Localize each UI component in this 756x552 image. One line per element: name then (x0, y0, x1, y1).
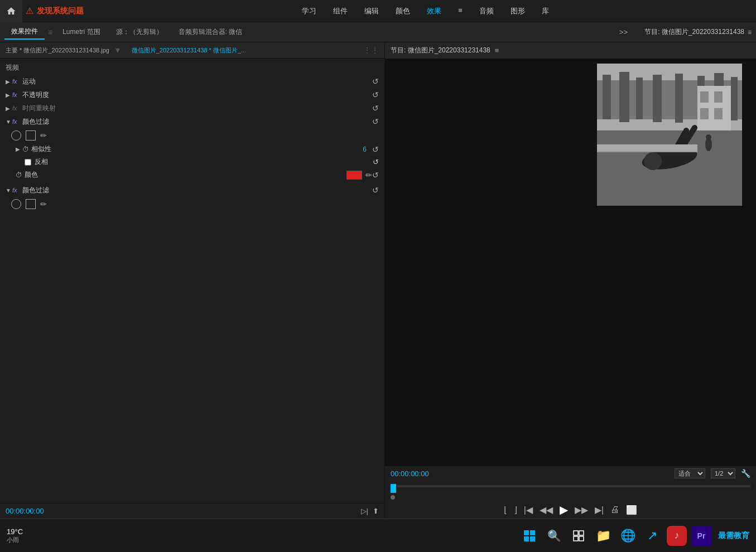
taskbar-explorer[interactable]: 📁 (593, 526, 613, 546)
similarity-value: 6 (363, 146, 367, 153)
reset-opacity[interactable]: ↺ (372, 90, 379, 99)
btn-play[interactable]: ▶ (560, 503, 568, 516)
windows-start-button[interactable] (519, 526, 540, 546)
program-preview (385, 59, 756, 466)
similarity-row: ▶ ⏱ 相似性 6 ↺ (0, 143, 384, 156)
reset-colorfilter2[interactable]: ↺ (372, 186, 379, 195)
effect-controls-panel: 主要 * 微信图片_20220331231438.jpg ▼ 微信图片_2022… (0, 42, 385, 519)
colorfilter1-square-tool[interactable] (26, 130, 36, 141)
invert-checkbox[interactable] (25, 159, 31, 166)
svg-rect-8 (675, 74, 683, 123)
svg-rect-29 (574, 531, 578, 535)
scrubber-container (385, 481, 756, 501)
btn-mark-out[interactable]: ⌋ (514, 505, 517, 515)
main-area: 主要 * 微信图片_20220331231438.jpg ▼ 微信图片_2022… (0, 42, 756, 519)
scrubber-track[interactable] (397, 485, 750, 487)
menu-color[interactable]: 颜色 (396, 6, 410, 16)
tabs-bar: 效果控件 ≡ Lumetri 范围 源：（无剪辑） 音频剪辑混合器: 微信 >>… (0, 22, 756, 42)
taskbar-arrow-app[interactable]: ↗ (642, 526, 662, 546)
svg-rect-7 (653, 75, 662, 122)
menu-learn[interactable]: 学习 (302, 6, 316, 16)
menu-hamburger[interactable]: ≡ (458, 6, 463, 16)
header-chevron[interactable]: ▼ (114, 46, 122, 55)
btn-go-to-out[interactable]: ▶| (595, 505, 604, 515)
menu-graphics[interactable]: 图形 (511, 6, 525, 16)
taskbar-edge[interactable]: 🌐 (618, 526, 638, 546)
reset-invert[interactable]: ↺ (373, 158, 379, 166)
svg-rect-18 (714, 91, 723, 103)
tab-overflow[interactable]: >> (616, 26, 631, 38)
header-more[interactable]: ⋮⋮ (363, 46, 379, 55)
svg-rect-19 (700, 108, 709, 119)
btn-go-to-in[interactable]: |◀ (524, 505, 533, 515)
taskbar-left: 19°C 小雨 (0, 527, 519, 544)
home-button[interactable] (0, 0, 22, 22)
eyedrop-color[interactable]: ✏ (365, 171, 372, 180)
colorfilter2-circle-tool[interactable] (11, 199, 21, 209)
svg-point-15 (644, 152, 662, 170)
wrench-icon[interactable]: 🔧 (741, 469, 750, 478)
svg-rect-24 (597, 144, 697, 151)
colorfilter2-square-tool[interactable] (26, 199, 36, 209)
program-monitor-menu[interactable]: ≡ (495, 46, 499, 55)
effect-row-opacity[interactable]: ▶ fx 不透明度 ↺ (0, 88, 384, 101)
effect-row-motion[interactable]: ▶ fx 运动 ↺ (0, 75, 384, 88)
effect-row-colorfilter2[interactable]: ▼ fx 颜色过滤 ↺ (0, 183, 384, 197)
menu-effects[interactable]: 效果 (427, 6, 441, 16)
btn-mark-in[interactable]: ⌊ (504, 505, 507, 515)
effect-row-timemap[interactable]: ▶ fx 时间重映射 ↺ (0, 101, 384, 115)
sequence-tab[interactable]: 微信图片_20220331231438 * 微信图片_... (132, 46, 246, 55)
preview-image (597, 64, 742, 206)
taskbar-center: 🔍 📁 🌐 ↗ ♪ Pr (519, 526, 711, 546)
effects-content: 视频 ▶ fx 运动 ↺ ▶ fx 不透明度 ↺ ▶ fx 时间重映射 ↺ (0, 59, 384, 503)
tab-sep-1: ≡ (48, 28, 52, 37)
program-monitor-tab-menu[interactable]: ≡ (748, 28, 752, 36)
arrow-opacity: ▶ (6, 92, 12, 98)
btn-export-frame[interactable]: 🖨 (610, 505, 619, 515)
clock-color: ⏱ (16, 171, 25, 179)
clock-similarity: ⏱ (22, 146, 31, 153)
reset-timemap[interactable]: ↺ (372, 104, 379, 113)
tc-play-icon[interactable]: ▷| (361, 507, 368, 515)
colorfilter1-circle-tool[interactable] (11, 130, 21, 141)
reset-similarity[interactable]: ↺ (372, 145, 379, 154)
tab-effect-controls[interactable]: 效果控件 (4, 25, 45, 40)
tc-export-icon[interactable]: ⬆ (373, 507, 379, 515)
colorfilter1-pen-tool[interactable]: ✏ (40, 131, 47, 140)
reset-motion[interactable]: ↺ (372, 77, 379, 86)
color-row: ⏱ 颜色 ✏ ↺ (0, 168, 384, 181)
alert-icon: ⚠ (26, 6, 33, 16)
arrow-colorfilter1: ▼ (6, 119, 12, 125)
taskbar-taskview[interactable] (569, 526, 589, 546)
menu-edit[interactable]: 编辑 (364, 6, 379, 16)
menu-components[interactable]: 组件 (333, 6, 348, 16)
reset-colorfilter1[interactable]: ↺ (372, 117, 379, 126)
invert-row: 反相 ↺ (0, 156, 384, 168)
reset-color[interactable]: ↺ (372, 171, 379, 180)
svg-rect-27 (524, 536, 529, 541)
btn-step-back[interactable]: ◀◀ (540, 505, 553, 515)
taskbar-search[interactable]: 🔍 (544, 526, 564, 546)
tab-audio-mixer[interactable]: 音频剪辑混合器: 微信 (172, 25, 249, 39)
scrubber-track-container (391, 485, 750, 494)
tab-source[interactable]: 源：（无剪辑） (109, 25, 170, 39)
tab-lumetri[interactable]: Lumetri 范围 (56, 25, 107, 39)
menu-library[interactable]: 库 (542, 6, 549, 16)
taskbar-red-app[interactable]: ♪ (667, 526, 687, 546)
arrow-timemap: ▶ (6, 105, 12, 112)
color-swatch[interactable] (346, 171, 362, 180)
svg-rect-30 (579, 531, 584, 535)
btn-fullscreen[interactable]: ⬜ (626, 505, 637, 515)
taskbar-premiere[interactable]: Pr (691, 526, 711, 546)
effect-name-opacity: 不透明度 (22, 90, 372, 100)
colorfilter2-pen-tool[interactable]: ✏ (40, 200, 47, 209)
program-monitor-header: 节目: 微信图片_20220331231438 ≡ (385, 42, 756, 59)
btn-step-fwd[interactable]: ▶▶ (575, 505, 588, 515)
fit-select[interactable]: 适合 25% 50% 100% (675, 468, 705, 478)
weather-desc: 小雨 (7, 536, 23, 544)
effect-row-colorfilter1[interactable]: ▼ fx 颜色过滤 ↺ (0, 115, 384, 128)
playhead-marker[interactable] (391, 484, 396, 493)
menu-audio[interactable]: 音频 (479, 6, 494, 16)
alert-text: 发现系统问题 (37, 6, 84, 16)
ratio-select[interactable]: 1/2 Full (711, 468, 735, 478)
